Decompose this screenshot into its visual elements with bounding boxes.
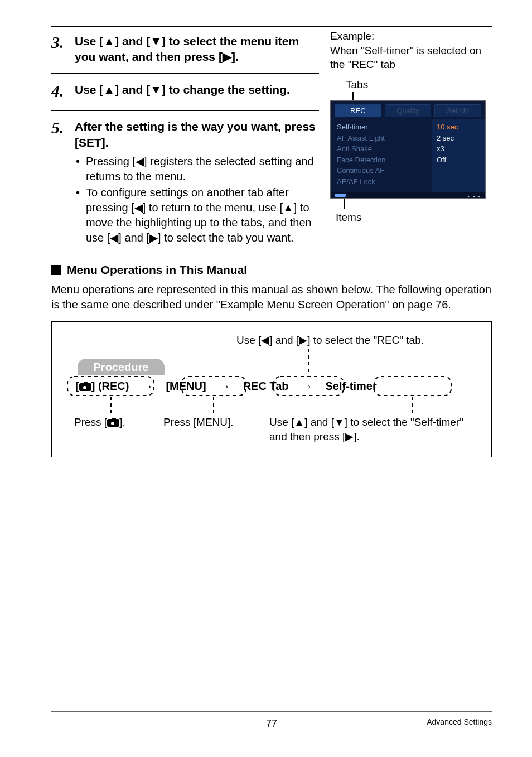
arrow-right-icon: → — [301, 378, 313, 395]
right-triangle-icon: ▶ — [345, 431, 354, 442]
step-5-title: After the setting is the way you want, p… — [75, 119, 319, 151]
up-triangle-icon: ▲ — [294, 416, 304, 428]
cam-menu-values: 10 sec 2 sec x3 Off — [432, 119, 485, 192]
footer-section-label: Advanced Settings — [427, 717, 492, 727]
down-triangle-icon: ▼ — [334, 416, 345, 428]
left-triangle-icon: ◀ — [134, 201, 143, 214]
diagram-tip-2: Press [MENU]. — [163, 415, 258, 443]
step-3-title: Use [▲] and [▼] to select the menu item … — [75, 35, 299, 63]
cam-tab-rec: REC — [335, 104, 381, 117]
procedure-flow-row: [] (REC) → [MENU] → REC Tab → Self-timer — [62, 349, 481, 395]
step-number-3: 3. — [51, 33, 64, 51]
tabs-callout-line — [352, 92, 354, 100]
step-number-5: 5. — [51, 118, 64, 137]
cam-item-aeaf-lock: AE/AF Lock — [337, 176, 428, 187]
cam-val-off: Off — [437, 155, 480, 166]
camera-icon — [79, 383, 91, 391]
step-number-4: 4. — [51, 81, 64, 100]
left-triangle-icon: ◀ — [136, 155, 144, 167]
page-footer: 77 Advanced Settings — [51, 711, 492, 730]
cam-val-x3: x3 — [437, 143, 480, 155]
cam-item-anti-shake: Anti Shake — [337, 143, 428, 155]
down-triangle-icon: ▼ — [150, 35, 162, 47]
camera-icon — [107, 419, 119, 427]
step-5: 5. After the setting is the way you want… — [51, 114, 319, 251]
cam-item-continuous-af: Continuous AF — [337, 165, 428, 176]
step-5-bullet-1: • Pressing [◀] registers the selected se… — [76, 154, 319, 184]
left-column: 3. Use [▲] and [▼] to select the menu it… — [51, 29, 319, 251]
section-heading-text: Menu Operations in This Manual — [67, 262, 247, 278]
cam-item-af-assist: AF Assist Light — [337, 133, 428, 144]
procedure-diagram: Use [◀] and [▶] to select the "REC" tab. — [51, 321, 492, 457]
cam-scrollbar: • • • — [331, 192, 485, 198]
flow-menu: [MENU] — [161, 378, 210, 395]
cam-item-self-timer: Self-timer — [337, 122, 428, 133]
step-4-title: Use [▲] and [▼] to change the setting. — [75, 83, 290, 96]
up-triangle-icon: ▲ — [103, 35, 115, 47]
square-bullet-icon — [51, 265, 61, 275]
down-triangle-icon: ▼ — [150, 83, 162, 96]
items-callout-label: Items — [336, 210, 492, 225]
left-triangle-icon: ◀ — [110, 232, 118, 244]
right-triangle-icon: ▶ — [149, 232, 158, 244]
right-triangle-icon: ▶ — [223, 50, 231, 63]
diagram-tip-3: Use [▲] and [▼] to select the "Self-time… — [269, 415, 481, 443]
flow-rec-tab: REC Tab — [239, 378, 293, 395]
diagram-tip-top: Use [◀] and [▶] to select the "REC" tab. — [179, 333, 481, 348]
cam-val-2sec: 2 sec — [437, 133, 480, 144]
cam-tab-quality: Quality — [385, 104, 432, 117]
cam-val-10sec: 10 sec — [437, 122, 480, 133]
camera-menu-screenshot: REC Quality Set Up Self-timer AF Assist … — [330, 100, 486, 200]
arrow-right-icon: → — [141, 378, 153, 395]
items-callout-line — [344, 199, 345, 209]
up-triangle-icon: ▲ — [283, 201, 294, 214]
flow-rec: [] (REC) — [71, 378, 133, 395]
section-heading: Menu Operations in This Manual — [51, 262, 492, 278]
cam-tab-setup: Set Up — [434, 104, 481, 117]
cam-menu-items: Self-timer AF Assist Light Anti Shake Fa… — [331, 119, 432, 192]
arrow-right-icon: → — [219, 378, 231, 395]
diagram-tip-1: Press []. — [62, 415, 152, 443]
example-label-2: When "Self-timer" is selected on the "RE… — [330, 44, 492, 72]
tabs-callout-label: Tabs — [346, 78, 492, 92]
step-4: 4. Use [▲] and [▼] to change the setting… — [51, 78, 319, 107]
step-5-bullet-2: • To configure settings on another tab a… — [76, 185, 319, 245]
flow-self-timer: Self-timer — [321, 378, 381, 395]
step-3: 3. Use [▲] and [▼] to select the menu it… — [51, 29, 319, 70]
page-number: 77 — [51, 717, 492, 730]
right-column: Example: When "Self-timer" is selected o… — [330, 29, 492, 251]
section-intro: Menu operations are represented in this … — [51, 282, 492, 312]
right-triangle-icon: ▶ — [299, 334, 307, 346]
up-triangle-icon: ▲ — [103, 83, 115, 96]
example-label-1: Example: — [330, 29, 492, 44]
cam-item-face-detection: Face Detection — [337, 155, 428, 166]
left-triangle-icon: ◀ — [261, 334, 269, 346]
